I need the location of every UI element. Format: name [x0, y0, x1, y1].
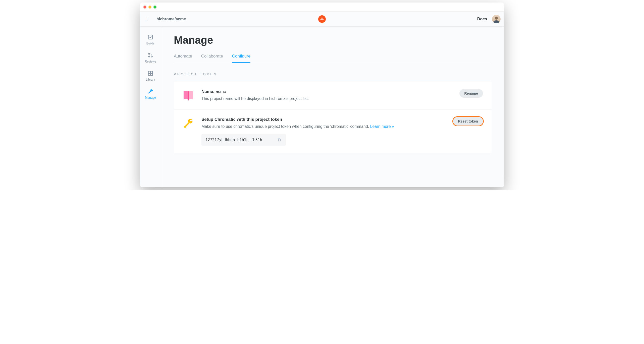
- svg-rect-14: [151, 71, 152, 73]
- tab-configure[interactable]: Configure: [232, 54, 251, 63]
- token-code-box: 127217yhdhhdh-h1h1h-fh31h: [201, 134, 286, 146]
- sidebar-item-label: Library: [146, 78, 155, 81]
- sidebar-item-label: Reviews: [145, 60, 156, 63]
- sidebar-item-library[interactable]: Library: [146, 70, 155, 81]
- minimize-window-button[interactable]: [148, 6, 151, 9]
- breadcrumb[interactable]: hichroma/acme: [156, 17, 186, 21]
- rename-button[interactable]: Rename: [459, 89, 483, 98]
- menu-icon[interactable]: [143, 16, 150, 22]
- project-name-value: acme: [216, 89, 226, 94]
- grid-icon: [147, 70, 153, 76]
- sidebar-item-label: Builds: [146, 42, 155, 45]
- tab-automate[interactable]: Automate: [174, 54, 192, 63]
- project-name-title: Name: acme: [201, 89, 459, 94]
- project-name-description: This project name will be displayed in h…: [201, 96, 459, 102]
- svg-point-6: [495, 17, 498, 20]
- checkbox-icon: [147, 34, 153, 40]
- project-name-row: Name: acme This project name will be dis…: [174, 82, 492, 109]
- svg-rect-13: [148, 71, 150, 73]
- copy-icon[interactable]: [277, 138, 282, 142]
- token-description-text: Make sure to use chromatic's unique proj…: [201, 124, 370, 129]
- sidebar-item-label: Manage: [145, 96, 156, 99]
- sidebar-item-manage[interactable]: Manage: [145, 88, 156, 99]
- svg-point-18: [188, 119, 192, 124]
- sidebar-item-builds[interactable]: Builds: [146, 34, 155, 45]
- chromatic-logo-icon[interactable]: [318, 15, 326, 23]
- avatar[interactable]: [492, 15, 501, 23]
- app-window: hichroma/acme Docs Builds Reviews: [140, 3, 504, 187]
- token-value: 127217yhdhhdh-h1h1h-fh31h: [205, 138, 262, 142]
- book-icon: [182, 89, 194, 101]
- body: Builds Reviews Library Manage: [140, 27, 504, 187]
- reset-token-button[interactable]: Reset token: [453, 117, 483, 126]
- wrench-icon: [147, 88, 153, 94]
- sidebar: Builds Reviews Library Manage: [140, 27, 161, 187]
- svg-point-5: [322, 19, 324, 20]
- window-titlebar: [140, 3, 504, 12]
- learn-more-link[interactable]: Learn more »: [370, 124, 394, 129]
- page-title: Manage: [174, 34, 492, 46]
- svg-rect-22: [186, 125, 187, 126]
- svg-rect-23: [279, 139, 281, 141]
- svg-point-11: [151, 56, 152, 57]
- project-token-row: Setup Chromatic with this project token …: [174, 109, 492, 153]
- svg-point-9: [148, 53, 150, 54]
- pull-request-icon: [147, 52, 153, 58]
- maximize-window-button[interactable]: [153, 6, 156, 9]
- svg-rect-8: [148, 35, 153, 39]
- svg-rect-17: [188, 91, 189, 100]
- docs-link[interactable]: Docs: [477, 17, 487, 21]
- close-window-button[interactable]: [143, 6, 146, 9]
- svg-rect-21: [184, 126, 186, 128]
- svg-rect-15: [148, 74, 150, 75]
- project-token-card: Name: acme This project name will be dis…: [174, 82, 492, 153]
- sidebar-item-reviews[interactable]: Reviews: [145, 52, 156, 63]
- name-label: Name:: [201, 89, 214, 94]
- token-title: Setup Chromatic with this project token: [201, 117, 453, 122]
- top-bar: hichroma/acme Docs: [140, 12, 504, 27]
- svg-point-7: [493, 20, 499, 23]
- token-description: Make sure to use chromatic's unique proj…: [201, 124, 453, 130]
- tab-collaborate[interactable]: Collaborate: [201, 54, 223, 63]
- svg-point-10: [148, 56, 150, 57]
- svg-point-3: [321, 17, 323, 19]
- key-icon: [182, 117, 194, 129]
- svg-point-19: [190, 120, 192, 121]
- main-content: Manage Automate Collaborate Configure PR…: [161, 27, 504, 187]
- tab-bar: Automate Collaborate Configure: [174, 54, 492, 63]
- svg-rect-16: [151, 74, 152, 75]
- svg-point-4: [320, 19, 322, 20]
- section-label: PROJECT TOKEN: [174, 72, 492, 76]
